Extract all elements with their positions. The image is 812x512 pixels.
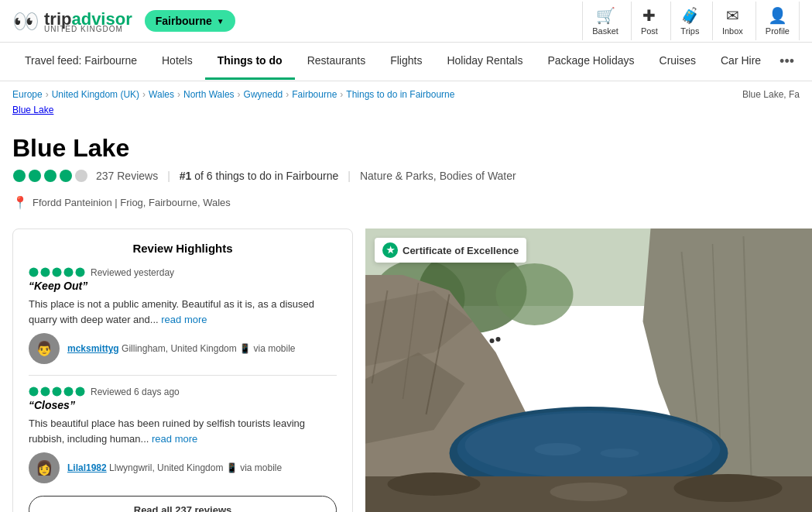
post-icon-item[interactable]: ✚ Post bbox=[631, 2, 667, 40]
nav-car-hire[interactable]: Car Hire bbox=[708, 43, 773, 80]
header-nav-icons: 🛒 Basket ✚ Post 🧳 Trips ✉ Inbox 👤 Profil… bbox=[582, 2, 800, 40]
breadcrumb-north-wales[interactable]: North Wales bbox=[183, 89, 235, 100]
nav-hotels[interactable]: Hotels bbox=[149, 43, 205, 80]
address-row: 📍 Ffordd Panteinion | Friog, Fairbourne,… bbox=[0, 189, 812, 216]
reviewed-date-2: Reviewed 6 days ago bbox=[91, 387, 180, 397]
logo-uk-label: UNITED KINGDOM bbox=[44, 25, 132, 33]
quote-body-1: This place is not a public amenity. Beau… bbox=[29, 297, 337, 327]
logo: 👀 tripadvisor UNITED KINGDOM bbox=[12, 9, 132, 34]
profile-icon-item[interactable]: 👤 Profile bbox=[755, 2, 800, 40]
post-icon: ✚ bbox=[642, 6, 656, 25]
nav-things-to-do[interactable]: Things to do bbox=[205, 43, 295, 80]
svg-point-20 bbox=[496, 263, 574, 325]
svg-point-1 bbox=[29, 170, 41, 182]
attraction-photo[interactable] bbox=[365, 229, 812, 512]
review-item: Reviewed yesterday “Keep Out” This place… bbox=[29, 267, 337, 364]
pin-icon: 📍 bbox=[12, 195, 28, 210]
nav-travel-feed[interactable]: Travel feed: Fairbourne bbox=[12, 43, 149, 80]
photo-area: ★ Certificate of Excellence bbox=[365, 229, 812, 512]
profile-label: Profile bbox=[766, 26, 790, 36]
reviewer-name-2[interactable]: Lilal1982 bbox=[67, 462, 107, 473]
nav-restaurants[interactable]: Restaurants bbox=[295, 43, 378, 80]
location-button[interactable]: Fairbourne ▼ bbox=[145, 10, 235, 32]
certificate-badge: ★ Certificate of Excellence bbox=[375, 238, 526, 263]
nav-package-holidays[interactable]: Package Holidays bbox=[535, 43, 646, 80]
quote-body-2: This beautiful place has been ruined by … bbox=[29, 416, 337, 446]
svg-point-5 bbox=[75, 170, 87, 182]
trips-label: Trips bbox=[680, 26, 699, 36]
inbox-icon-item[interactable]: ✉ Inbox bbox=[712, 2, 752, 40]
main-content: Review Highlights Reviewed yesterday “Ke… bbox=[0, 216, 812, 512]
attraction-title-section: Blue Lake 237 Reviews | #1 of 6 things t… bbox=[0, 122, 812, 189]
svg-point-11 bbox=[76, 268, 85, 277]
nav-holiday-rentals[interactable]: Holiday Rentals bbox=[434, 43, 535, 80]
breadcrumb-europe[interactable]: Europe bbox=[12, 89, 43, 100]
basket-label: Basket bbox=[592, 26, 618, 36]
mobile-icon-1: 📱 bbox=[239, 343, 251, 354]
svg-point-35 bbox=[601, 448, 639, 458]
basket-icon-item[interactable]: 🛒 Basket bbox=[582, 2, 628, 40]
basket-icon: 🛒 bbox=[596, 6, 615, 25]
star-rating bbox=[12, 169, 90, 183]
review-divider bbox=[29, 375, 337, 376]
rating-row: 237 Reviews | #1 of 6 things to do in Fa… bbox=[12, 169, 800, 183]
svg-point-8 bbox=[41, 268, 50, 277]
location-label: Fairbourne bbox=[156, 15, 212, 27]
reviewer-row-1: 👨 mcksmittyg Gillingham, United Kingdom … bbox=[29, 333, 337, 364]
avatar-2: 👩 bbox=[29, 452, 60, 483]
mini-star-rating-1: Reviewed yesterday bbox=[29, 267, 337, 278]
breadcrumb-last: Blue Lake bbox=[0, 103, 812, 122]
svg-point-15 bbox=[64, 387, 74, 397]
svg-point-12 bbox=[29, 387, 39, 397]
review-item-2: Reviewed 6 days ago “Closes” This beauti… bbox=[29, 387, 337, 483]
review-highlights-panel: Review Highlights Reviewed yesterday “Ke… bbox=[12, 229, 353, 512]
read-all-reviews-button[interactable]: Read all 237 reviews bbox=[29, 496, 337, 512]
reviewer-info-2: Lilal1982 Llwyngwril, United Kingdom 📱 v… bbox=[67, 462, 282, 473]
reviewer-name-1[interactable]: mcksmittyg bbox=[67, 343, 119, 354]
nav-flights[interactable]: Flights bbox=[378, 43, 434, 80]
breadcrumb-things-to-do[interactable]: Things to do in Fairbourne bbox=[346, 89, 454, 100]
trips-icon-item[interactable]: 🧳 Trips bbox=[670, 2, 709, 40]
svg-point-41 bbox=[496, 337, 501, 342]
quote-title-1: “Keep Out” bbox=[29, 280, 337, 292]
svg-point-39 bbox=[550, 483, 628, 501]
cert-label: Certificate of Excellence bbox=[403, 245, 519, 256]
rank-description: of 6 things to do in Fairbourne bbox=[194, 170, 338, 182]
owl-icon: 👀 bbox=[12, 9, 39, 34]
svg-point-33 bbox=[465, 413, 713, 478]
svg-point-40 bbox=[490, 338, 495, 343]
via-mobile-1: via mobile bbox=[253, 343, 295, 354]
chevron-down-icon: ▼ bbox=[217, 17, 224, 26]
svg-point-14 bbox=[53, 387, 62, 397]
rating-circles bbox=[12, 169, 90, 183]
category-text: Nature & Parks, Bodies of Water bbox=[360, 170, 516, 182]
read-more-link-2[interactable]: read more bbox=[152, 433, 197, 445]
avatar-1: 👨 bbox=[29, 333, 60, 364]
inbox-label: Inbox bbox=[722, 26, 743, 36]
site-header: 👀 tripadvisor UNITED KINGDOM Fairbourne … bbox=[0, 0, 812, 43]
nav-more-button[interactable]: ••• bbox=[773, 43, 800, 81]
svg-point-34 bbox=[535, 443, 581, 455]
svg-point-9 bbox=[53, 268, 62, 277]
read-more-link-1[interactable]: read more bbox=[161, 314, 207, 325]
mini-star-rating-2: Reviewed 6 days ago bbox=[29, 387, 337, 397]
nav-cruises[interactable]: Cruises bbox=[647, 43, 708, 80]
rank-text: #1 of 6 things to do in Fairbourne bbox=[180, 170, 338, 182]
breadcrumb-gwynedd[interactable]: Gwynedd bbox=[244, 89, 283, 100]
breadcrumb-wales[interactable]: Wales bbox=[149, 89, 174, 100]
reviewer-row-2: 👩 Lilal1982 Llwyngwril, United Kingdom 📱… bbox=[29, 452, 337, 483]
cert-icon: ★ bbox=[382, 242, 398, 258]
address-text: Ffordd Panteinion | Friog, Fairbourne, W… bbox=[33, 197, 231, 208]
svg-point-0 bbox=[13, 170, 26, 182]
svg-point-7 bbox=[29, 268, 39, 277]
svg-point-10 bbox=[64, 268, 74, 277]
review-panel-title: Review Highlights bbox=[29, 242, 337, 255]
reviewer-info-1: mcksmittyg Gillingham, United Kingdom 📱 … bbox=[67, 343, 296, 354]
reviewed-date-1: Reviewed yesterday bbox=[91, 267, 174, 278]
page-title: Blue Lake bbox=[12, 134, 800, 163]
breadcrumb-uk[interactable]: United Kingdom (UK) bbox=[52, 89, 139, 100]
breadcrumb-fairbourne[interactable]: Fairbourne bbox=[292, 89, 337, 100]
nav-bar: Travel feed: Fairbourne Hotels Things to… bbox=[0, 43, 812, 81]
reviewer-location-2: Llwyngwril, United Kingdom bbox=[109, 462, 223, 473]
svg-point-2 bbox=[44, 170, 57, 182]
